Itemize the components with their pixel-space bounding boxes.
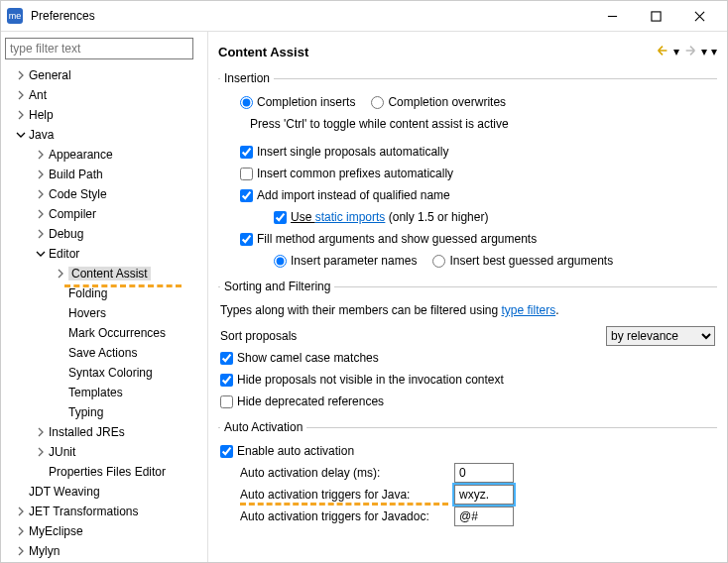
chevron-right-icon[interactable] [13, 70, 29, 80]
tree-item-properties-files-editor[interactable]: Properties Files Editor [5, 462, 203, 482]
delay-label: Auto activation delay (ms): [240, 466, 448, 480]
tree-item-syntax-coloring[interactable]: Syntax Coloring [5, 363, 203, 383]
sidebar: GeneralAntHelpJavaAppearanceBuild PathCo… [1, 32, 208, 563]
tree-item-build-path[interactable]: Build Path [5, 165, 203, 184]
nav-icons: ▾ ▾ ▾ [656, 44, 717, 60]
tree-label: Mark Occurrences [68, 326, 166, 340]
svg-rect-0 [651, 11, 660, 20]
minimize-button[interactable] [590, 1, 634, 31]
chevron-right-icon[interactable] [33, 169, 49, 179]
tree-label: Debug [49, 227, 83, 241]
tree-label: JET Transformations [29, 505, 138, 518]
chevron-right-icon[interactable] [53, 269, 68, 279]
tree-label: General [29, 68, 71, 82]
forward-icon[interactable] [683, 44, 697, 60]
camel-check[interactable]: Show camel case matches [220, 351, 379, 365]
tree-label: Templates [68, 386, 123, 399]
insert-param-radio[interactable]: Insert parameter names [274, 254, 417, 268]
tree-item-typing[interactable]: Typing [5, 402, 203, 422]
chevron-right-icon[interactable] [33, 189, 49, 199]
back-icon[interactable] [656, 44, 669, 60]
enable-auto-check[interactable]: Enable auto activation [220, 444, 354, 458]
tree-item-jet-transformations[interactable]: JET Transformations [5, 502, 203, 521]
tree-item-templates[interactable]: Templates [5, 383, 203, 402]
app-icon: me [7, 8, 23, 24]
hide-nv-check[interactable]: Hide proposals not visible in the invoca… [220, 373, 504, 387]
tree-item-mark-occurrences[interactable]: Mark Occurrences [5, 323, 203, 343]
tree-item-code-style[interactable]: Code Style [5, 184, 203, 204]
chevron-right-icon[interactable] [33, 150, 49, 160]
insert-single-check[interactable]: Insert single proposals automatically [240, 145, 448, 159]
tree-item-debug[interactable]: Debug [5, 224, 203, 244]
tree-label: Hovers [68, 306, 106, 320]
tree-label: Ant [29, 88, 47, 102]
jdoc-triggers-label: Auto activation triggers for Javadoc: [240, 509, 448, 523]
chevron-down-icon[interactable] [13, 130, 29, 140]
chevron-right-icon[interactable] [13, 546, 29, 556]
forward-dropdown-icon[interactable]: ▾ [701, 45, 707, 58]
tree-label: Properties Files Editor [49, 465, 166, 479]
java-triggers-label: Auto activation triggers for Java: [240, 488, 448, 502]
insert-common-check[interactable]: Insert common prefixes automatically [240, 167, 453, 180]
tree-label: MyEclipse [29, 524, 83, 538]
tree-item-appearance[interactable]: Appearance [5, 145, 203, 165]
static-imports-link: static imports [315, 210, 386, 224]
java-triggers-input[interactable] [454, 485, 514, 505]
hide-dep-check[interactable]: Hide deprecated references [220, 394, 384, 408]
type-filters-link[interactable]: type filters [501, 303, 555, 317]
jdoc-triggers-input[interactable] [454, 507, 514, 526]
chevron-right-icon[interactable] [33, 427, 49, 437]
chevron-right-icon[interactable] [13, 526, 29, 536]
add-import-check[interactable]: Add import instead of qualified name [240, 188, 450, 202]
tree-label: Mylyn [29, 544, 60, 558]
tree-label: Build Path [49, 168, 103, 181]
insertion-legend: Insertion [220, 71, 274, 85]
chevron-right-icon[interactable] [13, 507, 29, 516]
sorting-group: Sorting and Filtering Types along with t… [218, 280, 717, 414]
tree-item-save-actions[interactable]: Save Actions [5, 343, 203, 363]
tree-item-installed-jres[interactable]: Installed JREs [5, 422, 203, 442]
tree-item-jdt-weaving[interactable]: JDT Weaving [5, 482, 203, 502]
tree-item-hovers[interactable]: Hovers [5, 303, 203, 323]
type-filters-hint: Types along with their members can be fi… [220, 303, 559, 317]
use-static-check[interactable]: Use static imports (only 1.5 or higher) [274, 210, 488, 224]
tree-item-mylyn[interactable]: Mylyn [5, 541, 203, 561]
chevron-right-icon[interactable] [13, 110, 29, 120]
close-button[interactable] [677, 1, 721, 31]
page-title: Content Assist [218, 45, 656, 59]
filter-input[interactable] [5, 38, 193, 59]
tree-item-ant[interactable]: Ant [5, 85, 203, 105]
insertion-group: Insertion Completion inserts Completion … [218, 71, 717, 274]
titlebar: me Preferences [1, 1, 727, 32]
window-title: Preferences [31, 9, 590, 23]
sort-select[interactable]: by relevance [606, 326, 715, 346]
tree-item-myeclipse[interactable]: MyEclipse [5, 521, 203, 541]
insert-best-radio[interactable]: Insert best guessed arguments [432, 254, 613, 268]
chevron-right-icon[interactable] [13, 90, 29, 100]
auto-legend: Auto Activation [220, 420, 306, 434]
maximize-button[interactable] [634, 1, 677, 31]
tree-item-junit[interactable]: JUnit [5, 442, 203, 462]
chevron-right-icon[interactable] [33, 447, 49, 457]
tree-label: Help [29, 108, 54, 122]
tree-item-compiler[interactable]: Compiler [5, 204, 203, 224]
menu-dropdown-icon[interactable]: ▾ [711, 45, 717, 58]
chevron-down-icon[interactable] [33, 249, 49, 259]
tree-label: Installed JREs [49, 425, 125, 439]
delay-input[interactable] [454, 463, 514, 483]
completion-overwrites-radio[interactable]: Completion overwrites [371, 95, 506, 109]
tree-label: Compiler [49, 207, 96, 221]
fill-method-check[interactable]: Fill method arguments and show guessed a… [240, 232, 537, 246]
tree-label: Syntax Coloring [68, 366, 153, 380]
back-dropdown-icon[interactable]: ▾ [673, 45, 679, 58]
chevron-right-icon[interactable] [33, 229, 49, 239]
tree-label: Java [29, 128, 54, 142]
tree-item-editor[interactable]: Editor [5, 244, 203, 264]
tree-item-java[interactable]: Java [5, 125, 203, 145]
sorting-legend: Sorting and Filtering [220, 280, 334, 293]
tree-item-content-assist[interactable]: Content Assist [5, 264, 203, 283]
chevron-right-icon[interactable] [33, 209, 49, 219]
completion-inserts-radio[interactable]: Completion inserts [240, 95, 355, 109]
tree-item-help[interactable]: Help [5, 105, 203, 125]
tree-item-general[interactable]: General [5, 65, 203, 85]
